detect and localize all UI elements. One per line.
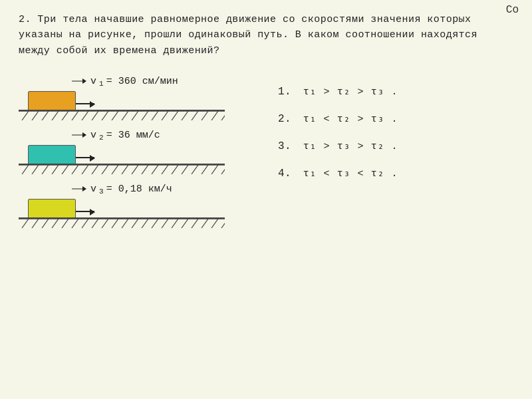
svg-line-55 [92, 219, 98, 228]
v3-symbol: v [90, 184, 96, 195]
velocity-label-1: v1 = 360 см/мин [72, 76, 178, 87]
v2-arrow [72, 131, 86, 139]
svg-line-62 [162, 219, 168, 228]
svg-line-19 [192, 111, 198, 120]
svg-line-34 [112, 165, 118, 174]
svg-line-54 [82, 219, 88, 228]
svg-line-41 [182, 165, 188, 174]
svg-line-26 [32, 165, 39, 174]
svg-line-14 [142, 111, 148, 120]
svg-line-11 [112, 111, 118, 120]
v3-value: = 0,18 км/ч [106, 184, 172, 195]
svg-line-43 [201, 165, 208, 174]
velocity-label-2: v2 = 36 мм/с [72, 130, 160, 141]
answer-num-2: 2. [278, 113, 291, 125]
svg-line-17 [172, 111, 178, 120]
svg-line-52 [62, 219, 68, 228]
answers-section: 1. τ₁ > τ₂ > τ₃ . 2. τ₁ < τ₂ > τ₃ . 3. τ… [258, 70, 511, 186]
v3-arrow [72, 185, 86, 193]
svg-line-37 [142, 165, 148, 174]
svg-line-6 [62, 111, 68, 120]
svg-line-28 [52, 165, 59, 174]
v2-subscript: 2 [99, 134, 104, 142]
svg-line-38 [152, 165, 158, 174]
track-area-3 [19, 196, 231, 228]
svg-line-58 [122, 219, 128, 228]
v1-subscript: 1 [99, 80, 104, 88]
svg-line-67 [211, 219, 218, 228]
svg-line-9 [92, 111, 98, 120]
answer-item-1: 1. τ₁ > τ₂ > τ₃ . [278, 77, 511, 104]
svg-line-63 [172, 219, 178, 228]
answer-expr-3: τ₁ > τ₃ > τ₂ . [303, 141, 398, 152]
svg-line-48 [22, 219, 29, 228]
v2-symbol: v [90, 130, 96, 141]
page: Co 2. Три тела начавшие равномерное движ… [0, 0, 532, 399]
body-block-2 [28, 145, 76, 165]
svg-line-25 [22, 165, 29, 174]
svg-line-66 [201, 219, 208, 228]
svg-line-29 [62, 165, 68, 174]
track-area-1 [19, 88, 231, 120]
hatching-2 [19, 165, 225, 174]
svg-line-40 [172, 165, 178, 174]
answer-expr-1: τ₁ > τ₂ > τ₃ . [303, 86, 398, 98]
svg-line-60 [142, 219, 148, 228]
svg-line-21 [211, 111, 218, 120]
svg-line-50 [42, 219, 49, 228]
answer-item-2: 2. τ₁ < τ₂ > τ₃ . [278, 104, 511, 132]
v3-subscript: 3 [99, 188, 104, 196]
svg-line-57 [112, 219, 118, 228]
svg-line-10 [102, 111, 108, 120]
svg-line-56 [102, 219, 108, 228]
top-right-label: Co [506, 4, 519, 16]
svg-line-39 [162, 165, 168, 174]
answer-expr-4: τ₁ < τ₃ < τ₂ . [303, 168, 398, 180]
svg-line-8 [82, 111, 88, 120]
svg-line-3 [32, 111, 39, 120]
main-content: v1 = 360 см/мин [19, 70, 513, 237]
svg-line-5 [52, 111, 59, 120]
answer-num-3: 3. [278, 140, 291, 152]
velocity-label-3: v3 = 0,18 км/ч [72, 184, 172, 195]
svg-line-2 [22, 111, 29, 120]
svg-line-59 [132, 219, 138, 228]
svg-line-35 [122, 165, 128, 174]
v1-value: = 360 см/мин [106, 76, 178, 87]
v1-arrow [72, 77, 86, 85]
svg-line-64 [182, 219, 188, 228]
svg-line-65 [192, 219, 198, 228]
svg-line-36 [132, 165, 138, 174]
arrow-1 [76, 103, 94, 104]
answer-num-4: 4. [278, 168, 291, 180]
svg-line-27 [42, 165, 49, 174]
svg-line-15 [152, 111, 158, 120]
v1-symbol: v [90, 76, 96, 87]
svg-line-32 [92, 165, 98, 174]
svg-line-12 [122, 111, 128, 120]
svg-line-53 [72, 219, 78, 228]
diagram-row-1: v1 = 360 см/мин [19, 76, 258, 120]
answer-item-4: 4. τ₁ < τ₃ < τ₂ . [278, 159, 511, 186]
v2-value: = 36 мм/с [106, 130, 160, 141]
svg-line-44 [211, 165, 218, 174]
svg-line-49 [32, 219, 39, 228]
svg-line-22 [221, 111, 225, 120]
svg-line-51 [52, 219, 59, 228]
svg-line-16 [162, 111, 168, 120]
diagram-row-2: v2 = 36 мм/с [19, 130, 258, 174]
question-body: Три тела начавшие равномерное движение с… [19, 14, 477, 57]
body-block-3 [28, 199, 76, 219]
question-text: 2. Три тела начавшие равномерное движени… [19, 12, 513, 59]
track-area-2 [19, 142, 231, 174]
svg-line-31 [82, 165, 88, 174]
hatching-1 [19, 111, 225, 120]
body-block-1 [28, 91, 76, 111]
diagram-row-3: v3 = 0,18 км/ч [19, 184, 258, 228]
hatching-3 [19, 219, 225, 228]
answer-expr-2: τ₁ < τ₂ > τ₃ . [303, 114, 398, 125]
svg-line-4 [42, 111, 49, 120]
answer-num-1: 1. [278, 86, 291, 98]
diagrams-section: v1 = 360 см/мин [19, 70, 258, 237]
question-number: 2. [19, 14, 31, 25]
